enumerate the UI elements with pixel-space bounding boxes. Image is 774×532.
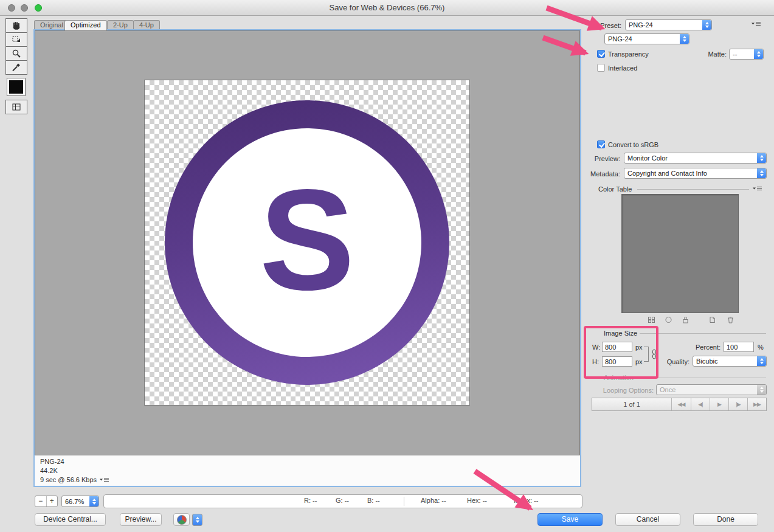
status-format: PNG-24	[40, 457, 575, 466]
browser-select-stepper[interactable]	[192, 514, 202, 526]
toggle-slices-visibility-button[interactable]	[5, 100, 27, 114]
eyedropper-color-swatch[interactable]	[7, 78, 26, 96]
preset-label: Preset:	[585, 22, 621, 29]
slices-visibility-icon	[11, 102, 22, 112]
quality-select[interactable]: Bicubic	[693, 356, 767, 367]
height-unit: px	[635, 358, 643, 365]
first-frame-button: ◀◀	[671, 398, 691, 410]
zoom-out-in-control: − +	[35, 496, 58, 507]
readout-blue: B: --	[367, 497, 380, 504]
width-label: W:	[592, 344, 600, 351]
preview-select[interactable]: Monitor Color	[624, 153, 767, 164]
previous-frame-button: ◀|	[691, 398, 710, 410]
hand-tool-button[interactable]	[5, 18, 27, 33]
zoom-level-value: 66.7%	[62, 498, 89, 505]
transparency-label: Transparency	[608, 50, 649, 58]
color-table-flyout-menu-icon[interactable]	[753, 186, 762, 192]
looping-options-value: Once	[657, 386, 757, 393]
constrain-proportions-chain-icon[interactable]	[651, 349, 658, 359]
matte-label: Matte:	[696, 50, 727, 58]
readout-divider	[404, 497, 404, 506]
optimized-preview-pane: S PNG-24 44.2K 9 sec @ 56.6 Kbps	[33, 29, 581, 487]
animation-playback-bar: 1 of 1 ◀◀ ◀| ▶ |▶ ▶▶	[592, 398, 767, 411]
constrain-bracket	[644, 347, 649, 362]
save-button[interactable]: Save	[537, 513, 603, 526]
convert-srgb-checkbox[interactable]	[597, 140, 605, 148]
readout-hex: Hex: --	[467, 497, 487, 504]
cancel-button[interactable]: Cancel	[615, 513, 680, 526]
color-table	[621, 194, 739, 313]
lock-color-icon	[680, 316, 691, 324]
color-profile-icon	[177, 515, 187, 525]
percent-unit: %	[758, 344, 764, 351]
transparency-checkerboard: S	[144, 80, 470, 406]
status-file-size: 44.2K	[40, 466, 575, 475]
width-input[interactable]	[602, 342, 632, 352]
preset-select[interactable]: PNG-24	[625, 19, 712, 30]
matte-select[interactable]: --	[729, 49, 764, 60]
eyedropper-tool-button[interactable]	[5, 60, 27, 75]
slice-select-tool-button[interactable]	[5, 32, 27, 47]
play-button: ▶	[710, 398, 728, 410]
preview-label: Preview:	[584, 155, 620, 162]
tab-4up[interactable]: 4-Up	[133, 20, 160, 30]
done-button[interactable]: Done	[693, 513, 758, 526]
looping-stepper-icon	[757, 385, 766, 395]
metadata-label: Metadata:	[578, 170, 620, 178]
zoom-out-button[interactable]: −	[35, 496, 46, 506]
color-table-divider	[637, 189, 749, 190]
zoom-level-select[interactable]: 66.7%	[61, 496, 99, 507]
logo-inner-circle: S	[193, 128, 421, 357]
quality-label: Quality:	[658, 358, 689, 365]
percent-label: Percent:	[686, 344, 720, 351]
preview-in-browser-button[interactable]: Preview...	[120, 513, 162, 526]
tab-2up[interactable]: 2-Up	[107, 20, 134, 30]
preview-value: Monitor Color	[624, 154, 757, 162]
height-input[interactable]	[602, 356, 632, 367]
percent-input[interactable]	[724, 342, 754, 352]
zoom-level-stepper-icon	[89, 496, 98, 506]
matte-value: --	[730, 50, 754, 58]
convert-srgb-label: Convert to sRGB	[608, 141, 658, 148]
window-title: Save for Web & Devices (66.7%)	[0, 3, 774, 12]
metadata-select[interactable]: Copyright and Contact Info	[624, 168, 767, 179]
last-frame-button: ▶▶	[747, 398, 766, 410]
tab-4up-label: 4-Up	[139, 21, 154, 29]
color-table-label: Color Table	[598, 185, 632, 193]
interlaced-checkbox[interactable]	[597, 64, 605, 72]
logo-circle: S	[165, 100, 449, 385]
optimize-status: PNG-24 44.2K 9 sec @ 56.6 Kbps	[35, 455, 580, 486]
tab-optimized[interactable]: Optimized	[64, 20, 107, 30]
zoom-in-button[interactable]: +	[46, 496, 58, 506]
download-rate-menu-icon[interactable]	[100, 477, 109, 483]
delete-color-icon	[725, 316, 736, 324]
save-for-web-dialog: Save for Web & Devices (66.7%) Original …	[0, 0, 774, 532]
browser-preview-profile-button[interactable]	[173, 513, 190, 526]
zoom-tool-button[interactable]	[5, 46, 27, 61]
preset-stepper-icon	[702, 20, 711, 30]
preview-canvas[interactable]: S	[35, 30, 580, 455]
metadata-value: Copyright and Contact Info	[624, 170, 757, 177]
slice-select-icon	[11, 35, 22, 44]
window-titlebar[interactable]: Save for Web & Devices (66.7%)	[0, 0, 774, 16]
height-label: H:	[592, 358, 599, 365]
new-color-icon	[707, 316, 717, 324]
interlaced-label: Interlaced	[608, 64, 637, 72]
readout-green: G: --	[336, 497, 349, 504]
next-frame-button: |▶	[728, 398, 747, 410]
format-value: PNG-24	[605, 35, 680, 43]
preset-flyout-menu-icon[interactable]	[752, 21, 761, 27]
frame-status: 1 of 1	[592, 398, 671, 410]
eyedropper-icon	[11, 63, 22, 72]
web-shift-icon	[646, 316, 657, 324]
device-central-button[interactable]: Device Central...	[35, 513, 106, 526]
image-size-header: Image Size	[604, 330, 637, 337]
magnifier-icon	[11, 49, 22, 58]
width-unit: px	[635, 344, 643, 351]
tab-original-label: Original	[40, 21, 63, 29]
looping-options-select: Once	[656, 384, 767, 395]
preview-stepper-icon	[757, 153, 766, 163]
transparency-checkbox[interactable]	[597, 50, 605, 58]
hand-icon	[11, 21, 22, 30]
format-select[interactable]: PNG-24	[604, 33, 689, 44]
